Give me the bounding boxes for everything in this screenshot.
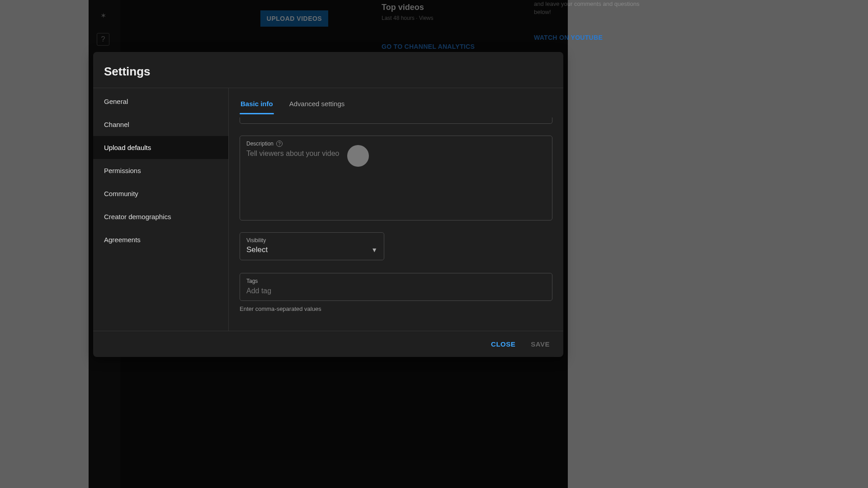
channel-analytics-link[interactable]: GO TO CHANNEL ANALYTICS — [382, 43, 517, 50]
tab-advanced-settings[interactable]: Advanced settings — [288, 95, 346, 114]
visibility-value: Select — [246, 245, 268, 254]
settings-title: Settings — [93, 52, 563, 88]
upload-videos-button[interactable]: UPLOAD VIDEOS — [260, 10, 328, 27]
settings-tabs: Basic info Advanced settings — [240, 88, 552, 114]
description-field[interactable]: Description ? — [240, 136, 552, 221]
title-field-bottom-edge[interactable] — [240, 117, 552, 124]
visibility-label: Visibility — [246, 237, 266, 244]
settings-sidebar: General Channel Upload defaults Permissi… — [93, 88, 229, 331]
sidebar-item-upload-defaults[interactable]: Upload defaults — [93, 136, 228, 159]
help-icon[interactable]: ? — [276, 141, 283, 147]
settings-dialog: Settings General Channel Upload defaults… — [93, 52, 563, 357]
tags-field[interactable]: Tags — [240, 273, 552, 301]
settings-footer: CLOSE SAVE — [93, 331, 563, 357]
help-icon: ? — [97, 33, 109, 46]
top-videos-card: Top videos Last 48 hours · Views GO TO C… — [382, 0, 517, 50]
watch-on-youtube-link[interactable]: WATCH ON YOUTUBE — [534, 33, 656, 42]
sidebar-item-community[interactable]: Community — [93, 182, 228, 205]
sidebar-item-channel[interactable]: Channel — [93, 113, 228, 136]
close-button[interactable]: CLOSE — [487, 338, 519, 351]
visibility-field[interactable]: Visibility Select ▼ — [240, 232, 384, 260]
description-label: Description — [246, 141, 274, 147]
top-videos-title: Top videos — [382, 3, 517, 12]
sidebar-item-agreements[interactable]: Agreements — [93, 228, 228, 251]
tags-helper: Enter comma-separated values — [240, 305, 552, 312]
top-videos-subtitle: Last 48 hours · Views — [382, 15, 517, 21]
tags-input[interactable] — [246, 287, 546, 295]
tags-label: Tags — [246, 278, 258, 284]
tab-basic-info[interactable]: Basic info — [240, 95, 274, 114]
sidebar-item-general[interactable]: General — [93, 90, 228, 113]
sidebar-item-permissions[interactable]: Permissions — [93, 159, 228, 182]
chevron-down-icon: ▼ — [371, 246, 377, 253]
promo-text: and leave your comments and questions be… — [534, 0, 656, 16]
magic-wand-icon: ✶ — [97, 9, 109, 22]
promo-card: and leave your comments and questions be… — [534, 0, 656, 42]
sidebar-item-creator-demographics[interactable]: Creator demographics — [93, 205, 228, 228]
save-button[interactable]: SAVE — [527, 338, 553, 351]
description-input[interactable] — [246, 150, 546, 204]
settings-panel: Basic info Advanced settings Description… — [229, 88, 563, 331]
